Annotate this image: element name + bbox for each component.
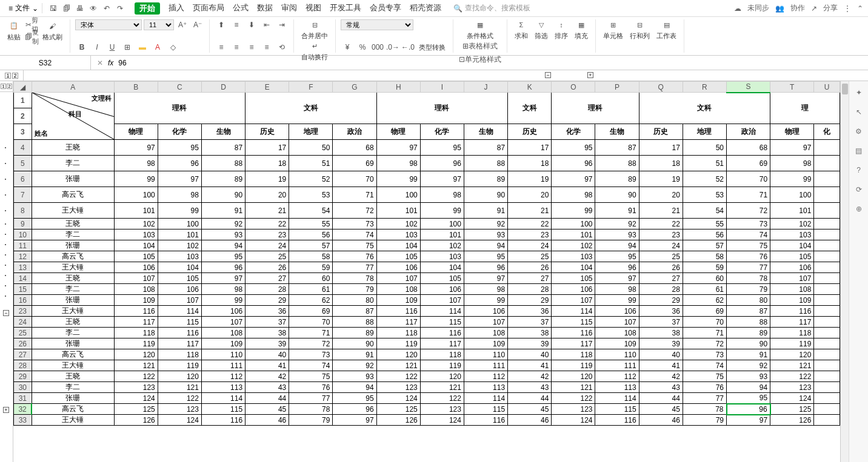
- cell[interactable]: 95: [464, 251, 507, 262]
- cell[interactable]: 69: [289, 306, 333, 317]
- cell[interactable]: 40: [639, 349, 683, 360]
- cell[interactable]: 99: [552, 203, 595, 219]
- cell[interactable]: 23: [245, 229, 289, 240]
- col-header-R[interactable]: R: [683, 82, 726, 93]
- cell[interactable]: 37: [508, 317, 552, 328]
- cell[interactable]: 100: [114, 187, 158, 203]
- cell[interactable]: 50: [289, 140, 333, 156]
- col-header-I[interactable]: I: [420, 82, 464, 93]
- cell[interactable]: 20: [245, 187, 289, 203]
- cell[interactable]: 118: [158, 349, 201, 360]
- col-header-O[interactable]: O: [552, 82, 595, 93]
- bold-button[interactable]: B: [75, 42, 88, 53]
- cell[interactable]: 90: [727, 338, 770, 349]
- save-icon[interactable]: 🖫: [47, 2, 59, 15]
- cell[interactable]: 99: [114, 171, 158, 187]
- cell[interactable]: 23: [508, 229, 552, 240]
- cell[interactable]: 124: [376, 393, 420, 404]
- cell[interactable]: 45: [639, 404, 683, 415]
- cell[interactable]: 36: [245, 306, 289, 317]
- formula-value[interactable]: 96: [118, 59, 126, 67]
- cell[interactable]: 115: [420, 317, 464, 328]
- indent-right-icon[interactable]: ⇥: [275, 19, 289, 30]
- more-icon[interactable]: ⋮: [844, 4, 851, 13]
- col-header-F[interactable]: F: [289, 82, 333, 93]
- cell[interactable]: 87: [333, 306, 376, 317]
- row-header-16[interactable]: 16: [14, 295, 32, 306]
- cell[interactable]: 17: [639, 140, 683, 156]
- fill-button[interactable]: ▦填充: [572, 19, 590, 41]
- cell[interactable]: 124: [770, 393, 814, 404]
- cell[interactable]: 46: [508, 415, 552, 426]
- undo-icon[interactable]: ↶: [101, 2, 113, 15]
- cell[interactable]: 116: [201, 415, 245, 426]
- col-header-H[interactable]: H: [376, 82, 420, 93]
- cell[interactable]: 123: [114, 382, 158, 393]
- cell[interactable]: 93: [333, 371, 376, 382]
- row-header-2[interactable]: 2: [14, 108, 32, 124]
- cell[interactable]: 115: [158, 317, 201, 328]
- cell[interactable]: 106: [464, 306, 507, 317]
- cell-name[interactable]: 高云飞: [32, 349, 114, 360]
- cell[interactable]: 22: [245, 219, 289, 229]
- row-header-26[interactable]: 26: [14, 338, 32, 349]
- spreadsheet-grid[interactable]: ◢ABCDEFGHIJKOPQRSTU1文理科科目姓名理科文科理科文科理科文科理…: [13, 81, 840, 462]
- row-header-9[interactable]: 9: [14, 219, 32, 229]
- row-header-29[interactable]: 29: [14, 371, 32, 382]
- cell[interactable]: 24: [508, 240, 552, 251]
- cell[interactable]: 110: [201, 349, 245, 360]
- cell[interactable]: 76: [333, 251, 376, 262]
- cell[interactable]: 98: [114, 156, 158, 171]
- cell[interactable]: 115: [595, 404, 639, 415]
- select-all-corner[interactable]: ◢: [14, 82, 32, 93]
- cell[interactable]: 120: [158, 371, 201, 382]
- cell[interactable]: 122: [114, 371, 158, 382]
- cell[interactable]: 74: [289, 360, 333, 371]
- cell[interactable]: 102: [376, 219, 420, 229]
- collab-icon[interactable]: 👥: [775, 4, 784, 13]
- cell[interactable]: 117: [420, 338, 464, 349]
- col-header-D[interactable]: D: [201, 82, 245, 93]
- cell[interactable]: 76: [289, 382, 333, 393]
- number-format-select[interactable]: 常规: [341, 19, 413, 30]
- cell[interactable]: 117: [770, 317, 814, 328]
- cell[interactable]: 120: [420, 371, 464, 382]
- scroll-thumb[interactable]: [842, 84, 848, 94]
- orientation-icon[interactable]: ⟲: [275, 42, 289, 53]
- cell[interactable]: 110: [464, 349, 507, 360]
- cell[interactable]: 96: [201, 262, 245, 273]
- cell[interactable]: 72: [333, 203, 376, 219]
- cell[interactable]: 54: [683, 203, 726, 219]
- cell[interactable]: 98: [770, 156, 814, 171]
- cell[interactable]: 125: [114, 404, 158, 415]
- cell[interactable]: 97: [114, 140, 158, 156]
- cell[interactable]: 27: [508, 273, 552, 284]
- cell[interactable]: 89: [201, 171, 245, 187]
- cell[interactable]: 119: [114, 338, 158, 349]
- print-icon[interactable]: 🖶: [74, 2, 86, 15]
- cell[interactable]: 105: [552, 273, 595, 284]
- cell[interactable]: 61: [289, 284, 333, 295]
- cell[interactable]: 102: [420, 240, 464, 251]
- cell[interactable]: 114: [420, 306, 464, 317]
- cell-name[interactable]: 王晓: [32, 140, 114, 156]
- cell[interactable]: 103: [552, 251, 595, 262]
- cell[interactable]: 90: [464, 187, 507, 203]
- row-header-33[interactable]: 33: [14, 415, 32, 426]
- align-right-icon[interactable]: ≡: [245, 42, 258, 53]
- col-outline-1[interactable]: 1: [5, 73, 11, 79]
- cell[interactable]: 108: [464, 328, 507, 338]
- cell[interactable]: 107: [114, 273, 158, 284]
- cell[interactable]: [814, 360, 840, 371]
- cell[interactable]: 103: [158, 251, 201, 262]
- col-header-Q[interactable]: Q: [639, 82, 683, 93]
- type-convert-button[interactable]: 类型转换: [416, 43, 448, 52]
- cell[interactable]: 88: [727, 317, 770, 328]
- cell[interactable]: 95: [420, 140, 464, 156]
- cell[interactable]: 105: [770, 251, 814, 262]
- row-header-15[interactable]: 15: [14, 284, 32, 295]
- col-header-C[interactable]: C: [158, 82, 201, 93]
- align-bottom-icon[interactable]: ⬇: [245, 19, 258, 30]
- sort-button[interactable]: ↕排序: [552, 19, 570, 41]
- cell[interactable]: [814, 171, 840, 187]
